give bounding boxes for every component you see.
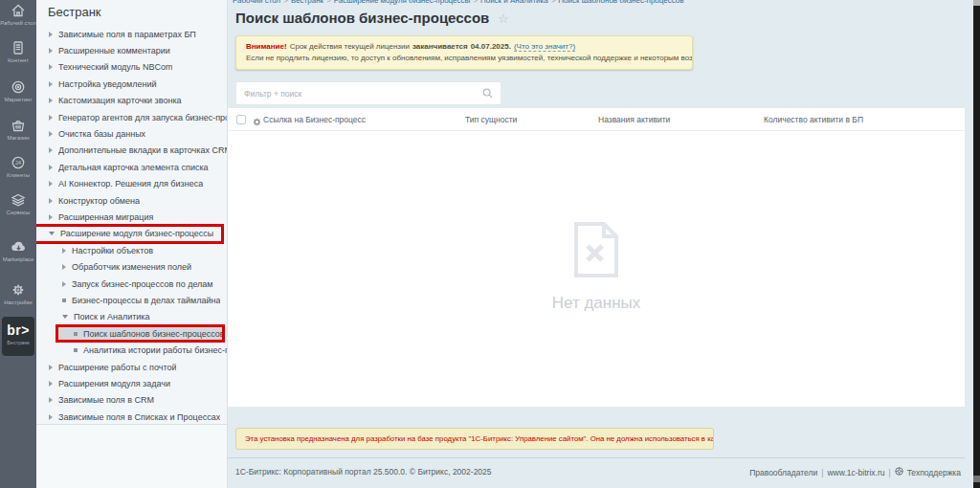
breadcrumb-link[interactable]: Поиск шаблонов бизнес-процессов [558,0,683,5]
tree-item[interactable]: Настройка уведомлений [36,76,227,92]
dev-installation-notice: Эта установка предназначена для разработ… [235,428,714,450]
license-warning-line1: Внимание!Срок действия текущей лицензииз… [246,41,682,53]
expanded-arrow-icon[interactable] [62,315,68,319]
cloud-download-icon [0,239,36,255]
gear-icon [0,282,36,298]
select-all-checkbox[interactable] [236,115,246,124]
collapsed-arrow-icon[interactable] [49,414,53,420]
collapsed-arrow-icon[interactable] [49,115,53,121]
collapsed-arrow-icon[interactable] [49,81,53,87]
tree-item[interactable]: Генератор агентов для запуска бизнес-про… [36,109,227,125]
rail-item-label: Marketplace [0,256,36,263]
rail-item-settings[interactable]: Настройки [0,282,36,306]
footer-link-site[interactable]: www.1c-bitrix.ru [827,468,884,477]
tree-item-bp-template-search-selected[interactable]: Поиск шаблонов бизнес-процессов [36,325,227,342]
tree-item[interactable]: Аналитика истории работы бизнес-процессо… [36,342,227,358]
favorite-star-icon[interactable]: ☆ [498,11,509,26]
tree-item[interactable]: Детальная карточка элемента списка [36,159,227,175]
rail-item-services[interactable]: Сервисы [0,192,36,216]
badge-24-icon: 24 [0,155,36,170]
tree-item[interactable]: Расширения модуля задачи [36,375,227,391]
collapsed-arrow-icon[interactable] [49,397,53,403]
no-data-document-icon [573,265,619,281]
column-header-activity-names[interactable]: Названия активити [598,115,670,124]
tree-item[interactable]: Очистка базы данных [36,125,227,142]
sidebar-empty-area [36,425,228,488]
sidebar-tree: Зависимые поля в параметрах БП Расширенн… [36,26,227,425]
sidebar-title: Бестранк [36,0,227,19]
rail-item-label: Маркетинг [0,97,36,103]
collapsed-arrow-icon[interactable] [62,248,66,254]
rail-item-content[interactable]: Контент [0,40,36,64]
collapsed-arrow-icon[interactable] [62,264,66,270]
collapsed-arrow-icon[interactable] [49,147,53,153]
tree-item[interactable]: AI Коннектор. Решения для бизнеса [36,176,227,192]
tree-item[interactable]: Дополнительные вкладки в карточках CRM [36,143,227,159]
collapsed-arrow-icon[interactable] [49,48,53,54]
breadcrumb-link[interactable]: Расширение модуля бизнес-процессы [334,0,471,5]
tree-item[interactable]: Запуск бизнес-процессов по делам [36,276,227,292]
tree-item[interactable]: Обработчик изменения полей [36,258,227,275]
collapsed-arrow-icon[interactable] [49,131,53,137]
collapsed-arrow-icon[interactable] [62,281,66,287]
tree-item[interactable]: Настройки объектов [36,242,227,258]
rail-item-label: Сервисы [0,210,36,216]
collapsed-arrow-icon[interactable] [49,198,53,204]
rail-item-clients[interactable]: 24 Клиенты [0,155,36,179]
tree-item[interactable]: Расширенная миграция [36,209,227,225]
rail-item-label: Контент [0,57,36,64]
collapsed-arrow-icon[interactable] [49,365,53,370]
tree-item[interactable]: Зависимые поля в CRM [36,392,227,409]
table-header-row: Ссылка на Бизнес-процесс Тип сущности На… [228,108,965,131]
footer: 1С-Битрикс: Корпоративный портал 25.500.… [228,457,965,488]
tree-item[interactable]: Зависимые поля в параметрах БП [36,26,227,42]
rail-item-marketing[interactable]: Маркетинг [0,79,36,103]
rail-item-label: Настройки [0,299,36,306]
tree-item-bp-module-extension[interactable]: Расширение модуля бизнес-процессы [36,226,227,242]
footer-link-support[interactable]: Техподдержка [907,468,961,477]
breadcrumb-link[interactable]: Рабочий стол [233,0,280,5]
tree-item[interactable]: Конструктор обмена [36,192,227,209]
window-scrollbar[interactable] [973,0,980,488]
bullet-icon [74,348,78,352]
rail-item-desktop[interactable]: Рабочий стол [0,3,36,27]
license-warning-banner: Внимание!Срок действия текущей лицензииз… [235,35,693,70]
app-logo-label: Бестранк [2,340,34,345]
collapsed-arrow-icon[interactable] [49,165,53,170]
what-does-it-mean-link[interactable]: (Что это значит?) [514,42,575,52]
collapsed-arrow-icon[interactable] [49,32,53,37]
app-logo[interactable]: br> Бестранк [2,317,34,356]
collapsed-arrow-icon[interactable] [49,98,53,103]
tree-item[interactable]: Расширенные комментарии [36,42,227,58]
tree-item[interactable]: Расширение работы с почтой [36,359,227,375]
collapsed-arrow-icon[interactable] [49,181,53,187]
app-logo-text: br> [2,317,34,338]
bullet-icon [62,299,66,302]
breadcrumb: Рабочий стол>Бестранк>Расширение модуля … [233,0,684,5]
column-header-activity-count[interactable]: Количество активити в БП [764,115,863,124]
filter-search-input[interactable]: Фильтр + поиск [235,81,501,105]
tree-item[interactable]: Бизнес-процессы в делах таймлайна [36,292,227,308]
support-lifebuoy-icon [895,467,903,477]
bullet-icon [74,332,78,336]
expanded-arrow-icon[interactable] [49,232,55,235]
main-content: Рабочий стол>Бестранк>Расширение модуля … [228,0,973,488]
column-header-entity-type[interactable]: Тип сущности [465,115,517,124]
footer-link-copyright-holders[interactable]: Правообладатели [749,468,817,477]
search-icon[interactable] [482,85,493,102]
scrollbar-thumb-top[interactable] [973,0,980,6]
scrollbar-thumb-bottom[interactable] [973,476,980,482]
breadcrumb-link[interactable]: Поиск и Аналитика [480,0,548,5]
collapsed-arrow-icon[interactable] [49,64,53,70]
tree-item[interactable]: Технический модуль NBCom [36,59,227,76]
tree-item[interactable]: Зависимые поля в Списках и Процессах [36,409,227,425]
rail-item-shop[interactable]: Магазин [0,118,36,142]
collapsed-arrow-icon[interactable] [49,381,53,387]
table-settings-gear-icon[interactable] [252,114,262,131]
column-header-bp-link[interactable]: Ссылка на Бизнес-процесс [263,115,366,124]
tree-item[interactable]: Кастомизация карточки звонка [36,93,227,109]
collapsed-arrow-icon[interactable] [49,214,53,220]
tree-item-search-analytics[interactable]: Поиск и Аналитика [36,309,227,325]
rail-item-marketplace[interactable]: Marketplace [0,239,36,263]
breadcrumb-link[interactable]: Бестранк [291,0,323,5]
